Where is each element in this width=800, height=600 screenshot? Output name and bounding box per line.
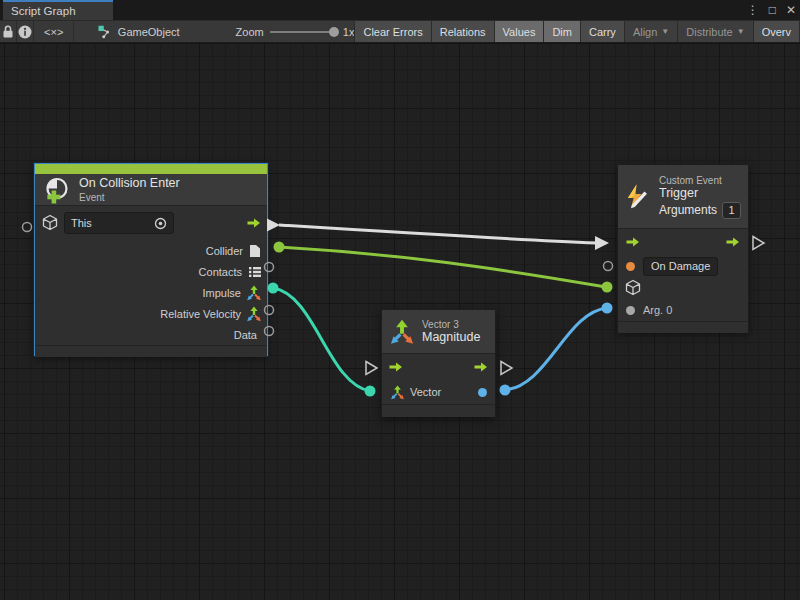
port-label: Data bbox=[234, 329, 257, 341]
node-subtitle: Custom Event bbox=[659, 175, 741, 186]
flow-row bbox=[618, 229, 748, 255]
port-row-contacts[interactable]: Contacts bbox=[35, 261, 267, 282]
this-value: This bbox=[71, 217, 92, 229]
wire-flow-white bbox=[279, 225, 597, 243]
collision-event-icon bbox=[43, 176, 71, 204]
float-output-port[interactable] bbox=[478, 388, 487, 397]
node-title: Trigger bbox=[659, 186, 741, 200]
flow-in-arrow-icon[interactable] bbox=[389, 362, 403, 372]
node-subtitle: Event bbox=[79, 192, 180, 203]
cube-icon bbox=[624, 279, 642, 297]
port-label: Vector bbox=[410, 386, 441, 398]
vector3-icon bbox=[246, 306, 262, 322]
port-row-collider[interactable]: Collider bbox=[35, 240, 267, 261]
vector3-icon bbox=[389, 319, 415, 345]
contacts-list-icon bbox=[248, 266, 262, 278]
arguments-value: 1 bbox=[728, 204, 734, 216]
collider-output-port[interactable] bbox=[274, 242, 285, 253]
node-footer bbox=[618, 321, 748, 333]
arguments-label: Arguments bbox=[659, 203, 717, 217]
flow-out-arrow-icon[interactable] bbox=[247, 218, 261, 228]
port-row-arg0[interactable]: Arg. 0 bbox=[618, 299, 748, 321]
event-name-field[interactable]: On Damage bbox=[643, 257, 718, 276]
this-input-port[interactable] bbox=[23, 223, 32, 232]
magnitude-flow-in-port[interactable] bbox=[366, 362, 377, 375]
cube-icon bbox=[41, 214, 59, 232]
arguments-count-field[interactable]: 1 bbox=[722, 202, 741, 219]
arg0-input-port[interactable] bbox=[626, 306, 635, 315]
event-name-value: On Damage bbox=[651, 260, 710, 272]
wire-collider-green bbox=[279, 247, 606, 287]
custom-event-flow-out-port[interactable] bbox=[753, 237, 764, 250]
port-label: Contacts bbox=[199, 266, 242, 278]
port-label: Impulse bbox=[202, 287, 241, 299]
port-row-impulse[interactable]: Impulse bbox=[35, 282, 267, 303]
port-label: Arg. 0 bbox=[643, 304, 672, 316]
script-graph-window: Script Graph ⋮ □ ✕ <×> bbox=[0, 0, 800, 600]
node-subtitle: Vector 3 bbox=[422, 319, 480, 330]
target-input-port[interactable] bbox=[602, 282, 613, 293]
wire-magnitude-blue bbox=[505, 308, 607, 390]
magnitude-flow-out-port[interactable] bbox=[501, 362, 512, 375]
node-title: On Collision Enter bbox=[79, 176, 180, 190]
vector3-icon bbox=[246, 285, 262, 301]
node-header[interactable]: Vector 3 Magnitude bbox=[382, 310, 495, 354]
node-header[interactable]: On Collision Enter Event bbox=[35, 174, 267, 206]
string-input-port[interactable] bbox=[626, 262, 635, 271]
node-on-collision-enter[interactable]: On Collision Enter Event This bbox=[34, 163, 268, 356]
wire-impulse-teal bbox=[273, 288, 370, 391]
node-footer bbox=[35, 345, 267, 357]
event-accent-bar bbox=[35, 164, 267, 174]
port-label: Collider bbox=[206, 245, 243, 257]
node-title: Magnitude bbox=[422, 330, 480, 344]
port-row-relative-velocity[interactable]: Relative Velocity bbox=[35, 303, 267, 324]
node-header[interactable]: Custom Event Trigger Arguments 1 bbox=[618, 165, 748, 229]
flow-out-arrow-icon[interactable] bbox=[726, 237, 740, 247]
port-row-target[interactable] bbox=[618, 277, 748, 299]
flow-wire-end-arrow[interactable] bbox=[595, 236, 609, 250]
port-row-event-name[interactable]: On Damage bbox=[618, 255, 748, 277]
node-footer bbox=[382, 404, 495, 417]
impulse-output-port[interactable] bbox=[268, 283, 279, 294]
vector3-icon bbox=[390, 385, 405, 400]
collider-doc-icon bbox=[249, 244, 261, 258]
this-target-field[interactable]: This bbox=[64, 212, 174, 234]
event-name-input-port[interactable] bbox=[604, 262, 613, 271]
vector-input-port[interactable] bbox=[365, 386, 376, 397]
flow-wire-start-arrow[interactable] bbox=[267, 219, 280, 232]
this-row: This bbox=[35, 206, 267, 240]
port-row-vector[interactable]: Vector bbox=[382, 380, 495, 404]
port-row-data[interactable]: Data bbox=[35, 324, 267, 345]
object-picker-icon[interactable] bbox=[154, 217, 167, 230]
magnitude-output-port[interactable] bbox=[500, 385, 511, 396]
node-vector3-magnitude[interactable]: Vector 3 Magnitude bbox=[381, 309, 496, 417]
node-trigger-custom-event[interactable]: Custom Event Trigger Arguments 1 bbox=[617, 164, 749, 332]
flow-row bbox=[382, 354, 495, 380]
port-label: Relative Velocity bbox=[160, 308, 241, 320]
custom-event-icon bbox=[625, 183, 652, 211]
flow-in-arrow-icon[interactable] bbox=[626, 237, 640, 247]
arg0-wire-port[interactable] bbox=[602, 303, 613, 314]
flow-out-arrow-icon[interactable] bbox=[474, 362, 488, 372]
